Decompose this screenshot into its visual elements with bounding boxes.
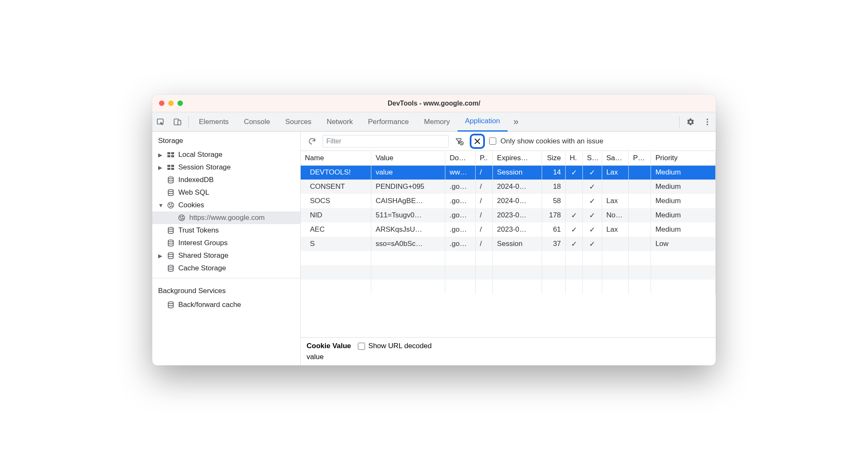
tree-toggle-icon[interactable]: ▶	[158, 152, 163, 158]
cell-expires: 2023-0…	[492, 222, 542, 237]
cell-name: DEVTOOLS!	[301, 165, 371, 180]
cell-domain: .go…	[445, 180, 476, 194]
sidebar-item-https-www-google-com[interactable]: https://www.google.com	[152, 211, 300, 224]
cell-secure: ✓	[582, 180, 602, 194]
cell-expires: 2024-0…	[492, 194, 542, 208]
svg-point-26	[168, 227, 173, 230]
svg-point-18	[171, 204, 172, 204]
cell-name: SOCS	[301, 194, 371, 208]
tab-application[interactable]: Application	[458, 112, 508, 132]
tree-toggle-icon[interactable]: ▶	[158, 253, 163, 259]
column-header[interactable]: Do…	[445, 151, 476, 165]
svg-point-24	[181, 219, 182, 219]
cookie-icon	[177, 214, 186, 222]
cell-value: ARSKqsJsU…	[371, 222, 445, 237]
svg-point-16	[168, 202, 174, 208]
table-row[interactable]: CONSENTPENDING+095.go…/2024-0…18✓Medium	[301, 180, 716, 194]
cell-path: /	[475, 165, 492, 180]
cell-path: /	[475, 180, 492, 194]
cell-domain: .go…	[445, 222, 476, 237]
cell-http	[565, 180, 582, 194]
tree-toggle-icon[interactable]: ▶	[158, 164, 163, 171]
cell-size: 58	[542, 194, 565, 208]
sidebar-item-local-storage[interactable]: ▶Local Storage	[152, 148, 300, 161]
sidebar-item-cache-storage[interactable]: Cache Storage	[152, 262, 300, 275]
db-icon	[167, 264, 175, 272]
show-url-decoded-checkbox[interactable]	[358, 343, 365, 350]
column-header[interactable]: S…	[582, 151, 602, 165]
tabbar-divider	[188, 116, 189, 127]
table-row[interactable]: DEVTOOLS!valueww…/Session14✓✓LaxMedium	[301, 165, 716, 180]
tab-performance[interactable]: Performance	[360, 112, 416, 132]
cell-domain: ww…	[445, 165, 476, 180]
sidebar-item-label: Cookies	[178, 201, 204, 209]
cell-secure: ✓	[582, 222, 602, 237]
cell-same: No…	[602, 208, 628, 222]
column-header[interactable]: Expires…	[492, 151, 542, 165]
cell-prio: Medium	[651, 165, 716, 180]
cell-value: PENDING+095	[371, 180, 445, 194]
sidebar-item-label: IndexedDB	[178, 176, 214, 184]
tab-elements[interactable]: Elements	[191, 112, 236, 132]
kebab-menu-icon[interactable]	[699, 112, 716, 132]
tree-toggle-icon[interactable]: ▼	[158, 202, 163, 209]
sidebar-item-back-forward-cache[interactable]: Back/forward cache	[152, 299, 300, 311]
sidebar-item-shared-storage[interactable]: ▶Shared Storage	[152, 249, 300, 262]
tab-console[interactable]: Console	[236, 112, 278, 132]
svg-rect-8	[167, 155, 170, 157]
table-row[interactable]: SOCSCAISHAgBE….go…/2024-0…58✓LaxMedium	[301, 194, 716, 208]
sidebar-item-label: Interest Groups	[178, 239, 228, 247]
settings-icon[interactable]	[682, 112, 699, 132]
inspect-element-icon[interactable]	[152, 112, 169, 132]
column-header[interactable]: Value	[371, 151, 445, 165]
sidebar-item-session-storage[interactable]: ▶Session Storage	[152, 161, 300, 174]
svg-point-4	[707, 121, 708, 123]
column-header[interactable]: P…	[629, 151, 651, 165]
cell-size: 18	[542, 180, 565, 194]
column-header[interactable]: Sa…	[602, 151, 628, 165]
sidebar-section-background: Background Services	[152, 282, 300, 299]
table-row[interactable]: NID511=Tsugv0….go…/2023-0…178✓✓No…Medium	[301, 208, 716, 222]
device-toolbar-icon[interactable]	[169, 112, 186, 132]
tab-memory[interactable]: Memory	[416, 112, 457, 132]
main-pane: Only show cookies with an issue NameValu…	[301, 132, 716, 365]
cell-name: AEC	[301, 222, 371, 237]
tab-sources[interactable]: Sources	[278, 112, 319, 132]
filter-input[interactable]	[323, 135, 449, 148]
cell-path: /	[475, 194, 492, 208]
sidebar-item-indexeddb[interactable]: IndexedDB	[152, 174, 300, 186]
sidebar-item-cookies[interactable]: ▼Cookies	[152, 199, 300, 211]
cell-value: CAISHAgBE…	[371, 194, 445, 208]
column-header[interactable]: Size	[542, 151, 565, 165]
clear-filter-icon[interactable]	[453, 135, 466, 148]
sidebar-section-storage: Storage	[152, 132, 300, 148]
svg-rect-2	[178, 120, 181, 125]
svg-rect-13	[171, 168, 174, 170]
column-header[interactable]: Priority	[651, 151, 716, 165]
more-tabs-icon[interactable]: »	[508, 112, 524, 132]
column-header[interactable]: H.	[565, 151, 582, 165]
table-row[interactable]: AECARSKqsJsU….go…/2023-0…61✓✓LaxMedium	[301, 222, 716, 237]
window-maximize-button[interactable]	[177, 100, 183, 106]
tab-network[interactable]: Network	[319, 112, 360, 132]
column-header[interactable]: P..	[475, 151, 492, 165]
window-close-button[interactable]	[159, 100, 164, 106]
svg-point-30	[168, 302, 173, 304]
sidebar-item-trust-tokens[interactable]: Trust Tokens	[152, 224, 300, 237]
column-header[interactable]: Name	[301, 151, 371, 165]
sidebar-item-web-sql[interactable]: Web SQL	[152, 186, 300, 199]
table-row-empty	[301, 265, 716, 280]
clear-all-cookies-button[interactable]	[470, 134, 485, 149]
cell-secure: ✓	[582, 237, 602, 251]
only-issues-checkbox[interactable]	[489, 137, 496, 145]
window-minimize-button[interactable]	[168, 100, 174, 106]
table-row[interactable]: Ssso=sA0bSc….go…/Session37✓✓Low	[301, 237, 716, 251]
cell-same: Lax	[602, 194, 628, 208]
refresh-icon[interactable]	[306, 135, 318, 148]
cell-http: ✓	[565, 237, 582, 251]
svg-point-17	[169, 204, 170, 205]
cookies-table[interactable]: NameValueDo…P..Expires…SizeH.S…Sa…P…Prio…	[301, 151, 716, 337]
cell-value: sso=sA0bSc…	[371, 237, 445, 251]
sidebar-item-interest-groups[interactable]: Interest Groups	[152, 237, 300, 249]
cell-prio: Medium	[651, 194, 716, 208]
